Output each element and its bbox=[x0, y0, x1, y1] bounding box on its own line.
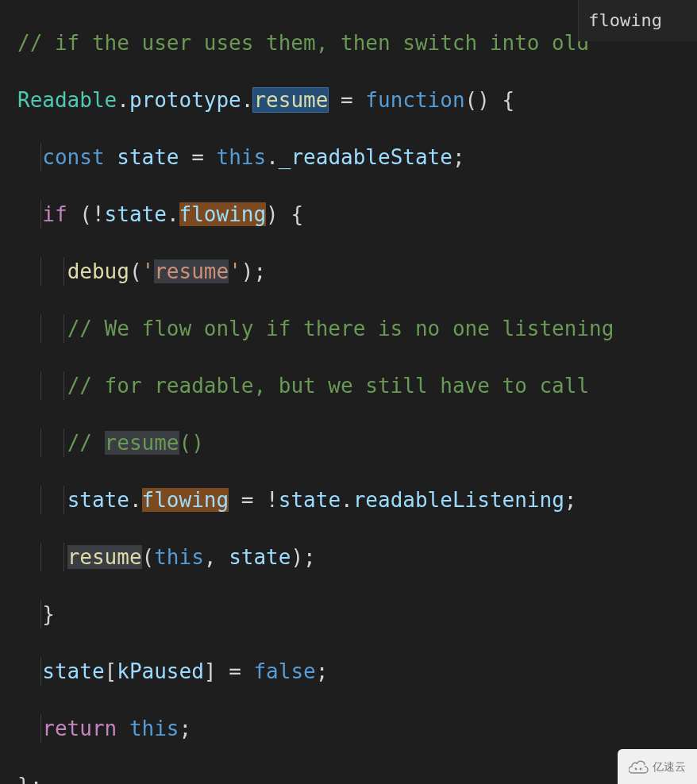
cloud-icon bbox=[629, 759, 649, 774]
comment: // if the user uses them, then switch in… bbox=[17, 31, 589, 55]
type: Readable bbox=[17, 88, 117, 112]
hover-tooltip: flowing bbox=[578, 0, 697, 41]
highlighted-flowing: flowing bbox=[179, 202, 267, 226]
tooltip-text: flowing bbox=[588, 10, 662, 30]
svg-point-0 bbox=[635, 768, 637, 771]
comment: // We flow only if there is no one liste… bbox=[67, 317, 614, 340]
svg-point-1 bbox=[640, 768, 642, 771]
code-editor[interactable]: // if the user uses them, then switch in… bbox=[0, 0, 697, 784]
selected-word[interactable]: resume bbox=[252, 87, 329, 113]
watermark-badge: 亿速云 bbox=[618, 749, 697, 784]
watermark-label: 亿速云 bbox=[653, 752, 686, 781]
comment: // for readable, but we still have to ca… bbox=[67, 374, 589, 398]
